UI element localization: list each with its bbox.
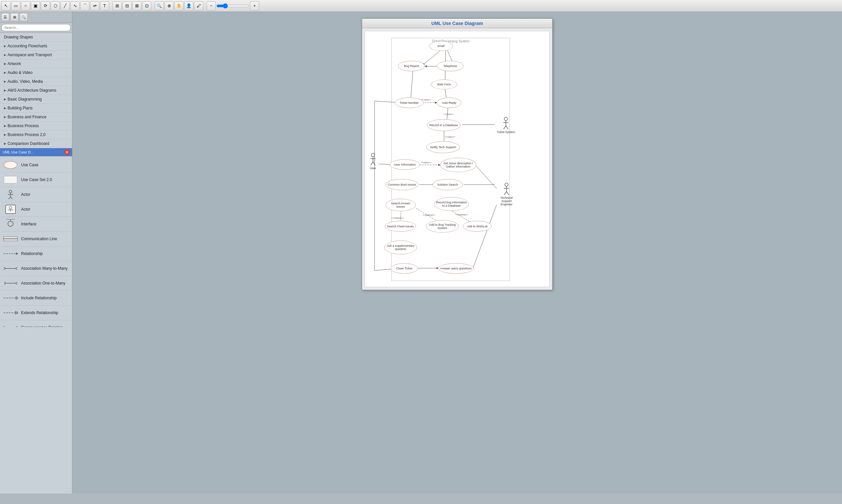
active-panel-label: UML Use Case D... xyxy=(3,150,34,154)
node-ticket-number[interactable]: Ticket Number xyxy=(395,97,424,108)
user-actor-icon xyxy=(368,153,378,166)
select2-btn[interactable]: 👤 xyxy=(184,1,193,11)
close-panel-btn[interactable]: ✕ xyxy=(64,149,69,155)
shape-actor-stick[interactable]: Actor xyxy=(1,187,71,202)
arrow-icon: ▶ xyxy=(4,142,6,145)
sidebar-search-row xyxy=(0,23,72,33)
search-input[interactable] xyxy=(1,24,71,31)
svg-point-68 xyxy=(371,154,375,157)
pan-btn[interactable]: ✋ xyxy=(174,1,184,11)
sidebar-grid-btn[interactable]: ⊞ xyxy=(11,13,18,21)
sidebar-menu-btn[interactable]: ☰ xyxy=(1,13,9,21)
node-solution-search[interactable]: Solution Search xyxy=(432,179,463,190)
ellipse-tool[interactable]: ○ xyxy=(21,1,30,11)
shape-use-case[interactable]: Use Case xyxy=(1,158,71,173)
eye-btn[interactable]: 🖊 xyxy=(194,1,203,11)
sidebar-item-accounting[interactable]: ▶ Accounting Flowcharts xyxy=(0,42,72,51)
node-add-wishlist[interactable]: Add to WishList xyxy=(463,221,492,232)
svg-line-20 xyxy=(4,268,5,270)
rect-tool[interactable]: ▭ xyxy=(11,1,20,11)
svg-point-0 xyxy=(4,161,17,168)
zoom-slider[interactable] xyxy=(217,1,249,11)
node-answer-users[interactable]: Answer users questions xyxy=(438,263,474,274)
sidebar-item-business-process2[interactable]: ▶ Business Process 2,0 xyxy=(0,130,72,139)
sidebar-item-label: Audio, Video, Media xyxy=(7,79,43,84)
magnify-btn[interactable]: ⊕ xyxy=(165,1,174,11)
shape-interface[interactable]: Interface xyxy=(1,217,71,232)
node-notify-tech[interactable]: Notify Tech Support xyxy=(426,141,460,153)
node-record-bug[interactable]: Record bug information to a Database xyxy=(434,197,469,211)
sidebar-item-artwork[interactable]: ▶ Artwork xyxy=(0,59,72,68)
container-tool[interactable]: ▣ xyxy=(31,1,40,11)
conn-tool[interactable]: ⇌ xyxy=(90,1,99,11)
shape-assoc-many[interactable]: Association Many-to-Many xyxy=(1,261,71,276)
sidebar-item-label: Business Process 2,0 xyxy=(7,132,46,137)
shape-comm-rel[interactable]: Communicates Relation xyxy=(1,320,71,327)
diagram-window: UML Use Case Diagram Ticket Processing S… xyxy=(362,18,553,290)
node-user-info[interactable]: User Information xyxy=(390,159,420,170)
node-bug-report[interactable]: Bug Report xyxy=(398,61,425,71)
svg-line-81 xyxy=(504,192,506,195)
curve-tool[interactable]: ∿ xyxy=(70,1,80,11)
canvas-area[interactable]: UML Use Case Diagram Ticket Processing S… xyxy=(72,12,842,493)
zoom-in-btn[interactable]: + xyxy=(250,1,259,11)
use-case-icon xyxy=(3,160,18,170)
sidebar-item-aws[interactable]: ▶ AWS Architecture Diagrams xyxy=(0,86,72,95)
sidebar-item-comparison[interactable]: ▶ Comparison Dashboard xyxy=(0,139,72,148)
node-get-issue[interactable]: Get Issue description / Gather informati… xyxy=(440,158,476,172)
sidebar-item-audio-video[interactable]: ▶ Audio & Video xyxy=(0,68,72,77)
node-close-ticket[interactable]: Close Ticket xyxy=(391,263,418,274)
svg-line-82 xyxy=(506,192,509,195)
sidebar-item-business-process[interactable]: ▶ Business Process xyxy=(0,122,72,130)
node-search-known[interactable]: Search Known Issues xyxy=(385,199,416,211)
assoc-many-icon xyxy=(3,263,18,274)
arc-tool[interactable]: ⌒ xyxy=(80,1,89,11)
shape-relationship[interactable]: Relationship xyxy=(1,247,71,261)
node-common-boot[interactable]: Common Boot Issues xyxy=(385,179,418,190)
diagram-canvas[interactable]: Ticket Processing System xyxy=(365,31,550,287)
fit-tool[interactable]: ⊟ xyxy=(122,1,132,11)
sidebar-item-business-finance[interactable]: ▶ Business and Finance xyxy=(0,113,72,122)
node-telephone[interactable]: Telephone xyxy=(437,61,464,71)
node-add-bug-track[interactable]: Add to Bug Tracking System xyxy=(426,220,459,233)
shape-use-case-set[interactable]: Use Case Set 2.0 xyxy=(1,173,71,187)
actor-tech-engineer[interactable]: Technical Support Engineer xyxy=(497,182,516,206)
sidebar-item-basic[interactable]: ▶ Basic Diagramming xyxy=(0,95,72,104)
sidebar-item-drawing-shapes[interactable]: Drawing Shapes xyxy=(0,33,72,42)
zoom-out-btn[interactable]: − xyxy=(207,1,216,11)
node-email[interactable]: email xyxy=(429,41,453,51)
sidebar-item-aerospace[interactable]: ▶ Aerospace and Transport xyxy=(0,51,72,59)
poly-tool[interactable]: ⬡ xyxy=(51,1,60,11)
sidebar-item-building[interactable]: ▶ Building Plans xyxy=(0,104,72,113)
zoom-fit-tool[interactable]: ⊡ xyxy=(142,1,151,11)
sidebar-search-toggle[interactable]: 🔍 xyxy=(20,13,28,21)
svg-line-6 xyxy=(11,197,13,199)
shape-extends-rel[interactable]: Extends Relationship xyxy=(1,306,71,320)
active-panel-bar: UML Use Case D... ✕ xyxy=(0,148,72,156)
use-case-set-icon xyxy=(3,175,18,185)
select-tool[interactable]: ↖ xyxy=(1,1,11,11)
shape-comm-rel-label: Communicates Relation xyxy=(21,325,63,327)
sidebar-item-audio-video-media[interactable]: ▶ Audio, Video, Media xyxy=(0,77,72,86)
comm-line-icon xyxy=(3,234,18,244)
node-record-db[interactable]: Record in a Database xyxy=(427,119,461,131)
shape-assoc-one[interactable]: Association One-to-Many xyxy=(1,276,71,291)
svg-line-71 xyxy=(371,162,373,165)
group-tool[interactable]: ⊠ xyxy=(132,1,141,11)
actor-ticket-system[interactable]: Ticket System xyxy=(497,116,515,134)
line-tool[interactable]: ╱ xyxy=(61,1,70,11)
shape-assoc-one-label: Association One-to-Many xyxy=(21,281,66,286)
node-web-form[interactable]: Web Form xyxy=(431,79,457,89)
text-tool[interactable]: T xyxy=(100,1,109,11)
search-btn[interactable]: 🔍 xyxy=(155,1,164,11)
shape-actor-box[interactable]: Actor xyxy=(1,202,71,217)
arrange-tool[interactable]: ⊞ xyxy=(113,1,122,11)
actor-user[interactable]: User xyxy=(368,153,378,170)
rotate-tool[interactable]: ⟳ xyxy=(41,1,50,11)
shape-comm-line[interactable]: Communication Line xyxy=(1,232,71,247)
node-auto-reply[interactable]: Auto-Reply xyxy=(437,97,462,108)
node-ask-supp[interactable]: Ask a supplementary question xyxy=(384,240,417,254)
arrow-icon: ▶ xyxy=(4,89,6,92)
shape-include-rel[interactable]: Include Relationship xyxy=(1,291,71,306)
node-search-fixed[interactable]: Search Fixed Issues xyxy=(385,221,416,232)
